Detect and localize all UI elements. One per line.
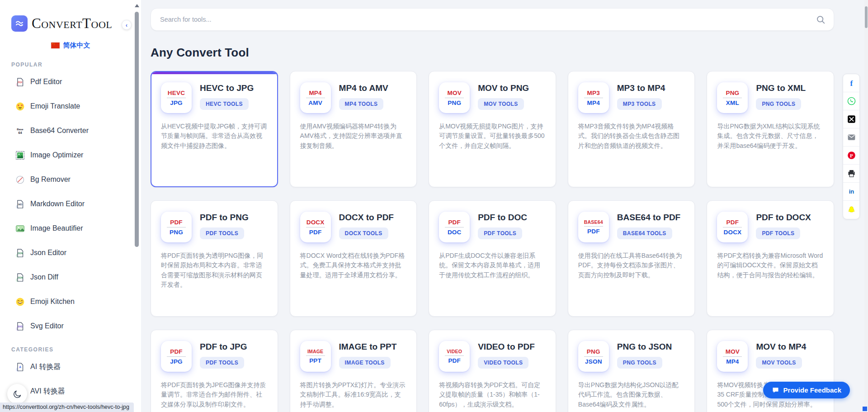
format-from: IMAGE <box>307 349 323 354</box>
card-description: 导出PNG数据为XML结构以实现系统集成。包含文件元数据、尺寸信息，并采用bas… <box>717 122 824 151</box>
language-selector[interactable]: 简体中文 <box>0 41 141 50</box>
print-share-icon[interactable] <box>843 165 859 183</box>
link-status-bar: https://converttool.org/zh-cn/hevc-tools… <box>0 403 134 412</box>
tool-card-pdf-to-docx[interactable]: PDF DOCX PDF to DOCX PDF TOOLS 将PDF文档转换为… <box>707 200 834 317</box>
page-title: Any Convert Tool <box>151 46 834 60</box>
card-description: 将视频内容转换为PDF文档。可自定义提取帧的质量（1-35）和帧率（1-60fp… <box>439 380 546 409</box>
card-title: PNG to JSON <box>617 342 672 352</box>
tool-card-mp3-to-mp4[interactable]: MP3 MP4 MP3 to MP4 MP3 TOOLS 将MP3音频文件转换为… <box>568 71 695 187</box>
tool-card-video-to-pdf[interactable]: VIDEO PDF VIDEO to PDF VIDEO TOOLS 将视频内容… <box>429 330 556 412</box>
card-description: 从MOV视频无损提取PNG图片，支持可调节质量设置。可批量转换最多500个文件，… <box>439 122 546 151</box>
card-title: PDF to PNG <box>200 213 249 223</box>
heart-eyes-emoji-icon: ♥ ♥ <box>15 102 25 111</box>
svg-text:in: in <box>849 188 854 195</box>
format-to: PPT <box>309 357 321 364</box>
sidebar-item-emoji-translate[interactable]: ♥ ♥ Emoji Translate <box>0 94 141 118</box>
tool-card-mov-to-png[interactable]: MOV PNG MOV to PNG MOV TOOLS 从MOV视频无损提取P… <box>429 71 556 187</box>
pinterest-share-icon[interactable]: P <box>843 147 859 165</box>
format-to: JSON <box>585 358 602 365</box>
search-icon[interactable] <box>816 15 826 24</box>
tool-card-pdf-to-png[interactable]: PDF PNG PDF to PNG PDF TOOLS 将PDF页面转换为透明… <box>151 200 278 317</box>
x-share-icon[interactable] <box>843 110 859 128</box>
tool-card-docx-to-pdf[interactable]: DOCX PDF DOCX to PDF DOCX TOOLS 将DOCX Wo… <box>290 200 417 317</box>
language-label: 简体中文 <box>63 41 90 50</box>
tool-card-image-to-ppt[interactable]: IMAGE PPT IMAGE to PPT IMAGE TOOLS 将图片转换… <box>290 330 417 412</box>
sidebar-item-base64-converter[interactable]: Base 64 Base64 Converter <box>0 118 141 143</box>
card-category-badge: PDF TOOLS <box>200 227 244 239</box>
format-from: PDF <box>726 219 739 226</box>
linkedin-share-icon[interactable]: in <box>843 183 859 201</box>
format-icon: PDF PNG <box>161 212 192 242</box>
card-category-badge: PNG TOOLS <box>617 357 662 369</box>
search-input[interactable] <box>151 9 834 30</box>
sidebar-scrollbar[interactable] <box>135 12 139 247</box>
svg-text:64: 64 <box>18 131 22 135</box>
tool-card-mp4-to-amv[interactable]: MP4 AMV MP4 to AMV MP4 TOOLS 使用AMV视频编码器将… <box>290 71 417 187</box>
svg-text:SVG: SVG <box>18 325 23 328</box>
base64-icon: Base 64 <box>15 126 25 136</box>
format-to: MP4 <box>587 99 600 106</box>
sidebar-item-pdf-editor[interactable]: PDF Pdf Editor <box>0 70 141 94</box>
sidebar-item-markdown-editor[interactable]: MD Markdown Editor <box>0 192 141 216</box>
sidebar-item-label: Image Beautifier <box>30 224 83 232</box>
sidebar-scroll-up-arrow[interactable] <box>135 4 139 7</box>
card-title: PDF to JPG <box>200 342 247 352</box>
format-to: PDF <box>309 229 322 236</box>
card-category-badge: MP4 TOOLS <box>339 98 384 110</box>
page-scrollbar-track[interactable] <box>864 0 868 412</box>
tool-card-png-to-xml[interactable]: PNG XML PNG to XML PNG TOOLS 导出PNG数据为XML… <box>707 71 834 187</box>
sidebar-item-json-editor[interactable]: JSON Json Editor <box>0 241 141 265</box>
dark-mode-toggle[interactable] <box>7 384 27 404</box>
format-from: HEVC <box>168 90 185 96</box>
tool-card-base64-to-pdf[interactable]: BASE64 PDF BASE64 to PDF BASE64 TOOLS 使用… <box>568 200 695 317</box>
card-category-badge: BASE64 TOOLS <box>617 227 672 239</box>
format-from: BASE64 <box>584 219 603 225</box>
tool-card-pdf-to-jpg[interactable]: PDF JPG PDF to JPG PDF TOOLS 将PDF页面转换为JP… <box>151 330 278 412</box>
card-title: MOV to PNG <box>478 83 529 93</box>
sidebar: ConvertTool ‹ 简体中文 POPULAR PDF Pdf Edito… <box>0 0 141 412</box>
format-to: DOC <box>448 229 462 236</box>
facebook-share-icon[interactable]: f <box>843 74 859 92</box>
whatsapp-share-icon[interactable] <box>843 92 859 110</box>
sidebar-collapse-button[interactable]: ‹ <box>122 20 132 30</box>
sidebar-item-json-diff[interactable]: JSON Json Diff <box>0 265 141 289</box>
logo[interactable]: ConvertTool <box>0 0 141 32</box>
format-to: PDF <box>587 228 600 235</box>
format-from: PNG <box>587 348 600 355</box>
format-icon: PDF DOCX <box>717 212 748 242</box>
categories-section-label: CATEGORIES <box>11 346 141 353</box>
format-icon: VIDEO PDF <box>439 341 470 372</box>
format-to: PNG <box>448 99 461 106</box>
provide-feedback-button[interactable]: Provide Feedback <box>763 382 850 398</box>
sidebar-item-bg-remover[interactable]: Bg Remover <box>0 167 141 192</box>
format-from: VIDEO <box>447 349 462 354</box>
card-category-badge: PDF TOOLS <box>200 357 244 369</box>
sidebar-item-label: Bg Remover <box>30 175 71 184</box>
svg-text:♥: ♥ <box>21 104 23 107</box>
sidebar-item-ai-[interactable]: A AI 转换器 <box>0 355 141 379</box>
format-icon: PDF JPG <box>161 341 192 372</box>
page-scrollbar-thumb[interactable] <box>865 6 868 28</box>
card-title: VIDEO to PDF <box>478 342 535 352</box>
tool-card-mov-to-mp4[interactable]: MOV MP4 MOV to MP4 MOV TOOLS 将MOV视频转换为MP… <box>707 330 834 412</box>
format-icon: MOV PNG <box>439 82 470 113</box>
tool-card-hevc-to-jpg[interactable]: HEVC JPG HEVC to JPG HEVC TOOLS 从HEVC视频中… <box>151 71 278 187</box>
svg-text:f: f <box>850 79 853 88</box>
sidebar-item-label: Json Editor <box>30 249 66 257</box>
feedback-label: Provide Feedback <box>783 386 841 394</box>
sidebar-item-label: Emoji Translate <box>30 102 80 110</box>
card-category-badge: HEVC TOOLS <box>200 98 249 110</box>
format-from: PDF <box>170 348 183 355</box>
sidebar-item-image-optimizer[interactable]: Image Optimizer <box>0 143 141 167</box>
email-share-icon[interactable] <box>843 128 859 147</box>
logo-waves-icon <box>11 15 28 32</box>
image-optimizer-icon <box>15 151 25 160</box>
sidebar-item-image-beautifier[interactable]: Image Beautifier <box>0 216 141 241</box>
format-icon: PNG JSON <box>578 341 609 372</box>
sidebar-item-emoji-kitchen[interactable]: Emoji Kitchen <box>0 289 141 314</box>
popular-section-label: POPULAR <box>11 62 141 68</box>
sidebar-item-svg-editor[interactable]: SVG Svg Editor <box>0 314 141 338</box>
tool-card-png-to-json[interactable]: PNG JSON PNG to JSON PNG TOOLS 导出PNG数据为结… <box>568 330 695 412</box>
snapchat-share-icon[interactable] <box>843 201 859 219</box>
tool-card-pdf-to-doc[interactable]: PDF DOC PDF to DOC PDF TOOLS 从PDF生成DOC文件… <box>429 200 556 317</box>
